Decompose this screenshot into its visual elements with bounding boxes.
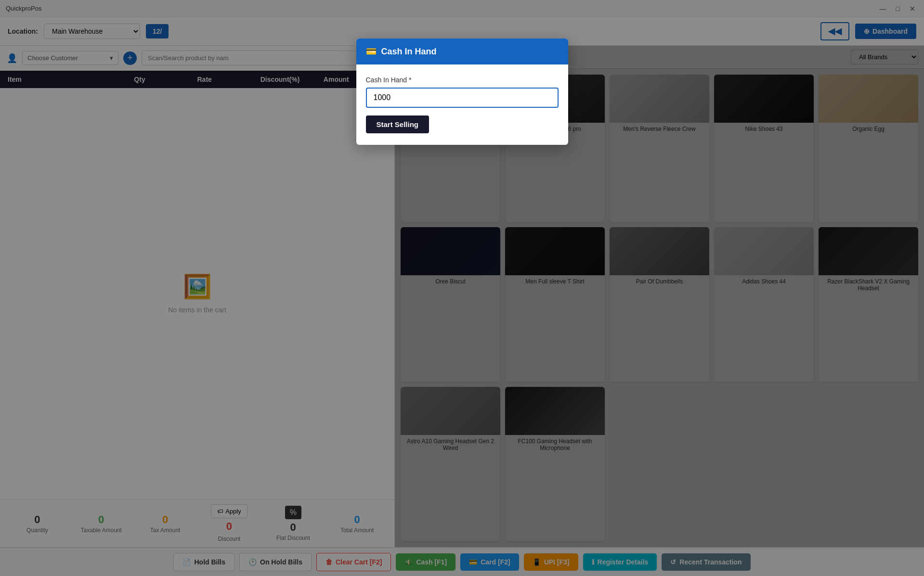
cash-in-hand-modal: 💳 Cash In Hand Cash In Hand * Start Sell…	[356, 38, 568, 145]
modal-title: Cash In Hand	[381, 47, 437, 57]
modal-header: 💳 Cash In Hand	[356, 38, 568, 64]
start-selling-button[interactable]: Start Selling	[366, 115, 429, 133]
modal-input-label: Cash In Hand *	[366, 76, 559, 84]
modal-body: Cash In Hand * Start Selling	[356, 64, 568, 145]
cash-in-hand-input[interactable]	[366, 88, 559, 108]
modal-wallet-icon: 💳	[366, 46, 377, 57]
modal-overlay: 💳 Cash In Hand Cash In Hand * Start Sell…	[0, 0, 924, 576]
